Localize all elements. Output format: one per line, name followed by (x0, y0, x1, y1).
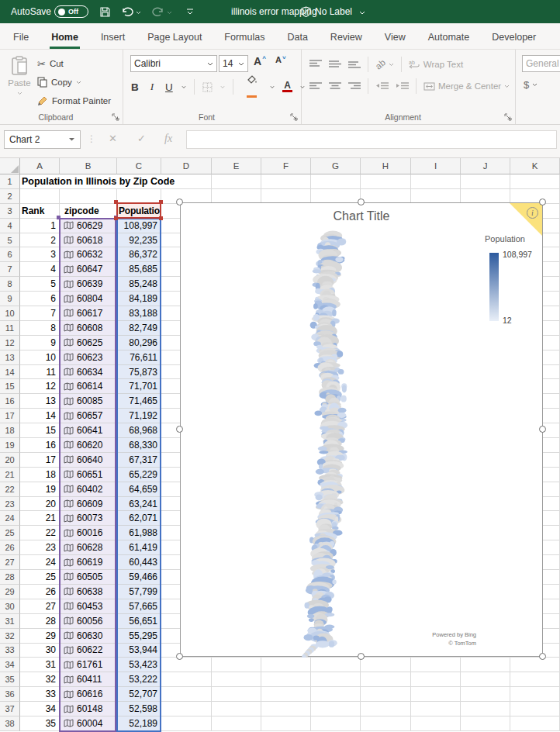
cell-D38[interactable] (161, 716, 212, 731)
column-header-C[interactable]: C (117, 158, 161, 174)
tab-developer[interactable]: Developer (490, 26, 538, 49)
cell-A20[interactable]: 17 (20, 453, 60, 468)
wrap-text-button[interactable]: ab Wrap Text (409, 60, 463, 69)
cell-G38[interactable] (311, 716, 361, 731)
cell-C31[interactable]: 56,651 (117, 614, 161, 629)
cell-E36[interactable] (212, 687, 261, 702)
tab-review[interactable]: Review (329, 26, 364, 49)
cell-A12[interactable]: 9 (20, 336, 60, 350)
cell-B38[interactable]: 60004 (60, 716, 117, 731)
cell-A8[interactable]: 5 (20, 277, 60, 292)
cell-A21[interactable]: 18 (20, 468, 60, 482)
row-header-22[interactable]: 22 (0, 482, 20, 497)
cell-B22[interactable]: 60402 (60, 482, 117, 497)
row-header-35[interactable]: 35 (0, 672, 20, 687)
cell-A23[interactable]: 20 (20, 497, 60, 512)
cell-J34[interactable] (461, 658, 510, 672)
paste-button[interactable]: Paste (5, 54, 34, 110)
row-header-13[interactable]: 13 (0, 350, 20, 365)
cell-A10[interactable]: 7 (20, 306, 60, 321)
column-header-I[interactable]: I (411, 158, 461, 174)
row-header-9[interactable]: 9 (0, 292, 20, 306)
cell-C22[interactable]: 64,659 (117, 482, 161, 497)
row-header-6[interactable]: 6 (0, 247, 20, 262)
tab-view[interactable]: View (383, 26, 407, 49)
row-header-15[interactable]: 15 (0, 379, 20, 394)
select-all-corner[interactable] (0, 158, 20, 174)
italic-button[interactable]: I (147, 81, 157, 93)
cell-C24[interactable]: 62,071 (117, 511, 161, 526)
cell-A34[interactable]: 31 (20, 658, 60, 672)
column-header-F[interactable]: F (261, 158, 311, 174)
cell-B33[interactable]: 60622 (60, 644, 117, 658)
cell-C13[interactable]: 76,611 (117, 350, 161, 365)
cell-C17[interactable]: 71,192 (117, 409, 161, 423)
cell-C30[interactable]: 57,665 (117, 599, 161, 614)
cell-D36[interactable] (161, 687, 212, 702)
cell-D35[interactable] (161, 672, 212, 687)
cell-H37[interactable] (361, 702, 411, 716)
chart-handle-nw[interactable] (176, 199, 183, 205)
cell-A1[interactable]: Population in Illinois by Zip Code (20, 174, 60, 189)
cell-K34[interactable] (510, 658, 560, 672)
cell-E2[interactable] (212, 189, 261, 204)
cell-A3[interactable]: Rank (20, 204, 60, 219)
row-header-11[interactable]: 11 (0, 321, 20, 336)
cell-B15[interactable]: 60614 (60, 379, 117, 394)
cell-A15[interactable]: 12 (20, 379, 60, 394)
cell-B27[interactable]: 60619 (60, 555, 117, 570)
cell-B34[interactable]: 61761 (60, 658, 117, 672)
cell-B12[interactable]: 60625 (60, 336, 117, 350)
cell-B13[interactable]: 60623 (60, 350, 117, 365)
row-header-20[interactable]: 20 (0, 453, 20, 468)
chart-handle-n[interactable] (358, 199, 365, 205)
cell-A13[interactable]: 10 (20, 350, 60, 365)
cell-C9[interactable]: 84,189 (117, 292, 161, 306)
cell-A24[interactable]: 21 (20, 511, 60, 526)
customize-quick-access-icon[interactable] (186, 0, 194, 23)
cell-G2[interactable] (311, 189, 361, 204)
column-header-G[interactable]: G (311, 158, 361, 174)
cell-H38[interactable] (361, 716, 411, 731)
cell-C38[interactable]: 52,189 (117, 716, 161, 731)
cell-C35[interactable]: 53,222 (117, 672, 161, 687)
enter-button[interactable]: ✓ (137, 133, 146, 144)
clipboard-dialog-launcher[interactable] (112, 113, 119, 121)
cell-A38[interactable]: 35 (20, 716, 60, 731)
tab-automate[interactable]: Automate (427, 26, 472, 49)
tab-file[interactable]: File (12, 26, 30, 49)
copy-button[interactable]: Copy (37, 74, 81, 91)
format-painter-button[interactable]: Format Painter (37, 92, 111, 109)
cell-C4[interactable]: 108,997 (117, 219, 161, 233)
info-icon[interactable]: i (527, 207, 538, 219)
row-header-2[interactable]: 2 (0, 189, 20, 204)
cell-B10[interactable]: 60617 (60, 306, 117, 321)
cell-C15[interactable]: 71,701 (117, 379, 161, 394)
cell-J38[interactable] (461, 716, 510, 731)
cell-A22[interactable]: 19 (20, 482, 60, 497)
cell-A36[interactable]: 33 (20, 687, 60, 702)
cell-E38[interactable] (212, 716, 261, 731)
cell-C28[interactable]: 59,466 (117, 570, 161, 585)
chart-handle-s[interactable] (358, 653, 365, 660)
save-icon[interactable] (99, 0, 111, 23)
align-right-icon[interactable] (348, 81, 361, 91)
cell-C7[interactable]: 85,685 (117, 262, 161, 277)
cell-B2[interactable] (60, 189, 117, 204)
chart-handle-ne[interactable] (539, 199, 546, 205)
fill-color-chevron-icon[interactable] (270, 85, 275, 89)
row-header-27[interactable]: 27 (0, 555, 20, 570)
number-format-combobox[interactable]: General (522, 55, 560, 72)
cell-B32[interactable]: 60630 (60, 629, 117, 644)
underline-chevron-icon[interactable] (181, 85, 186, 89)
tab-insert[interactable]: Insert (99, 26, 126, 49)
font-name-combobox[interactable]: Calibri (130, 55, 217, 72)
orientation-button[interactable]: ab (375, 60, 394, 69)
tab-page-layout[interactable]: Page Layout (146, 26, 203, 49)
row-header-19[interactable]: 19 (0, 438, 20, 453)
cell-A7[interactable]: 4 (20, 262, 60, 277)
cell-H2[interactable] (361, 189, 411, 204)
align-middle-icon[interactable] (329, 60, 341, 69)
chart-handle-w[interactable] (176, 426, 183, 433)
tab-formulas[interactable]: Formulas (223, 26, 266, 49)
